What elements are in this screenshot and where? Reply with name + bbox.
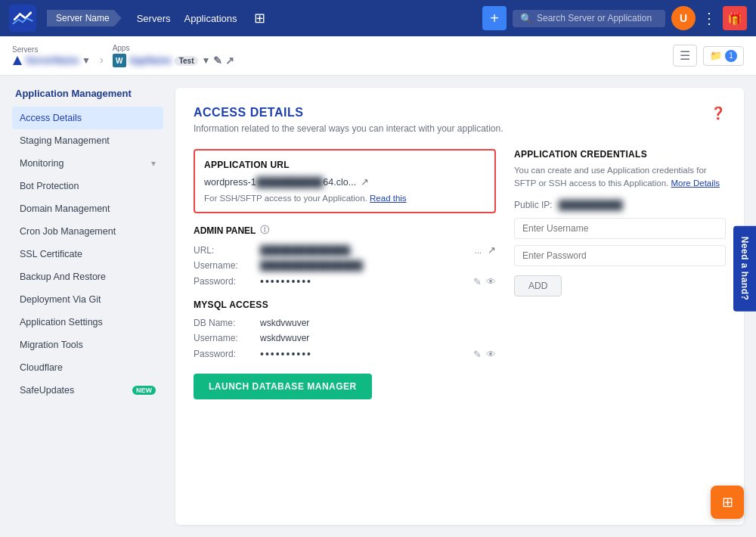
sidebar-item-safeupdates[interactable]: SafeUpdates NEW — [12, 379, 163, 402]
db-name-row: DB Name: wskdvwuver — [194, 318, 496, 328]
list-view-button[interactable]: ☰ — [673, 45, 697, 67]
admin-url-label: URL: — [194, 245, 254, 256]
admin-password-row: Password: •••••••••• ✎ 👁 — [194, 275, 496, 287]
sidebar-item-bot-protection[interactable]: Bot Protection — [12, 175, 163, 197]
grid-icon[interactable]: ⊞ — [254, 10, 265, 26]
app-selector[interactable]: W AppName Test ▼ ✎ ↗ — [113, 54, 235, 67]
server-name: ServerName — [26, 55, 79, 66]
more-details-link[interactable]: More Details — [671, 178, 720, 188]
top-navigation: Server Name Servers Applications ⊞ + 🔍 U… — [0, 0, 756, 36]
admin-url-value: ██████████████... — [260, 245, 469, 256]
sidebar-item-cron-job-management[interactable]: Cron Job Management — [12, 220, 163, 243]
admin-panel-label: ADMIN PANEL ⓘ — [194, 224, 496, 237]
admin-username-value: ████████████████ — [260, 260, 496, 271]
search-bar[interactable]: 🔍 — [513, 10, 665, 27]
admin-url-external-link-icon[interactable]: ↗ — [488, 244, 496, 256]
server-selector[interactable]: ServerName ▼ — [12, 55, 91, 66]
ssh-note: For SSH/SFTP access to your Application.… — [204, 194, 485, 203]
edit-db-password-icon[interactable]: ✎ — [473, 349, 482, 360]
read-this-link[interactable]: Read this — [370, 194, 407, 203]
sidebar-item-application-settings[interactable]: Application Settings — [12, 311, 163, 334]
add-credentials-button[interactable]: ADD — [514, 275, 562, 296]
show-password-icon[interactable]: 👁 — [486, 276, 496, 287]
wordpress-icon: W — [113, 54, 126, 67]
avatar[interactable]: U — [671, 6, 696, 30]
servers-label: Servers — [12, 45, 91, 54]
logo[interactable] — [9, 5, 36, 32]
edit-icon[interactable]: ✎ — [213, 54, 222, 67]
sidebar-item-deployment-via-git[interactable]: Deployment Via Git — [12, 288, 163, 311]
show-db-password-icon[interactable]: 👁 — [486, 349, 496, 360]
public-ip-label: Public IP: — [514, 200, 553, 210]
gift-icon[interactable]: 🎁 — [723, 6, 747, 30]
files-badge: 1 — [725, 50, 737, 62]
sidebar-item-monitoring[interactable]: Monitoring ▾ — [12, 152, 163, 175]
breadcrumb-arrow: › — [100, 54, 104, 66]
sidebar-item-migration-tools[interactable]: Migration Tools — [12, 334, 163, 356]
app-url-value: wordpress-1██████████64.clo... ↗ — [204, 176, 485, 188]
content-header: ACCESS DETAILS ❓ — [194, 106, 726, 120]
sidebar-title: Application Management — [12, 88, 163, 99]
app-url-text: wordpress-1██████████64.clo... — [204, 177, 356, 188]
sidebar-item-access-details[interactable]: Access Details — [12, 107, 163, 129]
password-input[interactable] — [514, 245, 726, 266]
more-options-icon[interactable]: ⋮ — [702, 9, 717, 27]
app-url-external-link-icon[interactable]: ↗ — [361, 176, 369, 188]
application-url-box: APPLICATION URL wordpress-1██████████64.… — [194, 149, 496, 213]
svg-rect-0 — [9, 5, 36, 32]
admin-username-row: Username: ████████████████ — [194, 260, 496, 271]
public-ip-row: Public IP: ██████████ — [514, 200, 726, 210]
admin-password-dots: •••••••••• — [260, 275, 467, 287]
sidebar-item-domain-management[interactable]: Domain Management — [12, 197, 163, 220]
add-button[interactable]: + — [482, 6, 507, 30]
db-name-label: DB Name: — [194, 318, 254, 328]
db-password-row: Password: •••••••••• ✎ 👁 — [194, 348, 496, 360]
page-title: ACCESS DETAILS — [194, 106, 303, 120]
public-ip-value: ██████████ — [559, 200, 623, 210]
db-username-label: Username: — [194, 333, 254, 343]
admin-password-actions: ✎ 👁 — [473, 276, 496, 287]
folder-icon: 📁 — [710, 50, 722, 61]
search-icon: 🔍 — [520, 13, 532, 24]
chevron-down-icon: ▾ — [151, 158, 156, 169]
nav-servers-link[interactable]: Servers — [137, 13, 171, 24]
two-column-layout: APPLICATION URL wordpress-1██████████64.… — [194, 149, 726, 399]
sidebar-item-staging-management[interactable]: Staging Management — [12, 129, 163, 152]
sidebar-item-ssl-certificate[interactable]: SSL Certificate — [12, 243, 163, 265]
grid-dots-icon: ⊞ — [722, 494, 733, 511]
info-icon[interactable]: ⓘ — [260, 224, 269, 237]
nav-applications-link[interactable]: Applications — [184, 13, 237, 24]
sidebar-item-backup-and-restore[interactable]: Backup And Restore — [12, 265, 163, 288]
svg-marker-1 — [13, 56, 22, 65]
external-link-icon[interactable]: ↗ — [225, 54, 234, 67]
sidebar-item-cloudflare[interactable]: Cloudflare — [12, 356, 163, 379]
search-input[interactable] — [537, 13, 658, 23]
admin-url-ellipsis: ... — [475, 246, 482, 255]
server-dropdown-icon[interactable]: ▼ — [82, 55, 91, 66]
db-password-dots: •••••••••• — [260, 348, 467, 360]
mysql-label: MYSQL ACCESS — [194, 300, 496, 310]
floating-action-button[interactable]: ⊞ — [711, 486, 744, 519]
admin-panel-section: ADMIN PANEL ⓘ URL: ██████████████... ...… — [194, 224, 496, 287]
new-badge: NEW — [132, 386, 156, 395]
sidebar: Application Management Access Details St… — [12, 88, 163, 525]
help-icon[interactable]: ❓ — [711, 106, 726, 120]
mysql-section: MYSQL ACCESS DB Name: wskdvwuver Usernam… — [194, 300, 496, 399]
admin-username-label: Username: — [194, 260, 254, 271]
app-dropdown-icon[interactable]: ▼ — [201, 55, 210, 66]
username-input[interactable] — [514, 218, 726, 239]
creds-label: APPLICATION CREDENTIALS — [514, 149, 726, 160]
content-area: ACCESS DETAILS ❓ Information related to … — [175, 88, 744, 525]
apps-label: Apps — [113, 44, 235, 52]
launch-database-manager-button[interactable]: LAUNCH DATABASE MANAGER — [194, 374, 372, 399]
apps-section: Apps W AppName Test ▼ ✎ ↗ — [113, 44, 235, 67]
content-subtitle: Information related to the several ways … — [194, 123, 726, 134]
floating-help-button[interactable]: Need a hand? — [733, 226, 756, 312]
files-button[interactable]: 📁 1 — [703, 46, 744, 66]
password-input-row — [514, 245, 726, 266]
nav-breadcrumb-item[interactable]: Server Name — [47, 10, 122, 26]
edit-password-icon[interactable]: ✎ — [473, 276, 482, 287]
admin-password-label: Password: — [194, 276, 254, 287]
creds-description: You can create and use Application crede… — [514, 164, 726, 191]
nav-breadcrumb: Server Name — [47, 10, 123, 26]
